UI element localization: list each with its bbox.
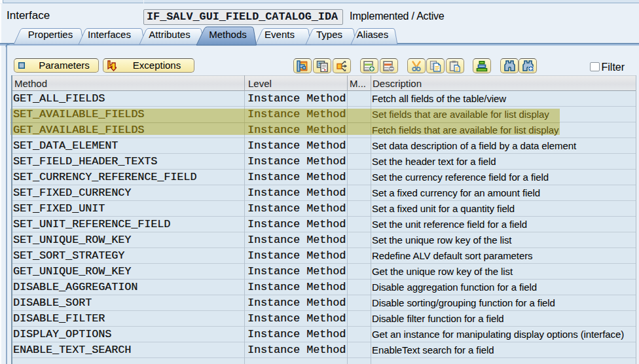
svg-text:Methods: Methods: [209, 29, 247, 40]
svg-text:Aliases: Aliases: [357, 29, 388, 40]
svg-text:Interfaces: Interfaces: [88, 29, 131, 40]
svg-text:Attributes: Attributes: [149, 29, 190, 40]
svg-text:Events: Events: [265, 29, 295, 40]
svg-text:Properties: Properties: [28, 29, 73, 40]
svg-text:Types: Types: [316, 29, 342, 40]
